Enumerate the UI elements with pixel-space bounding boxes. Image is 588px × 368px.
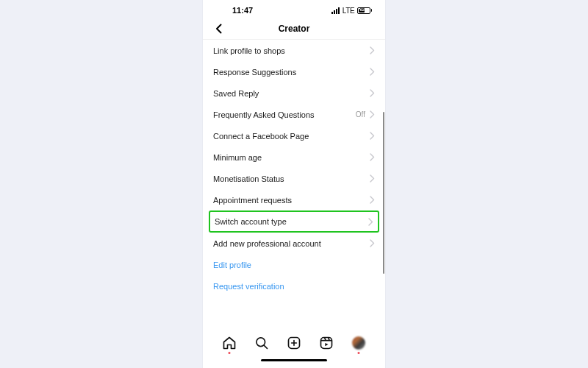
svg-rect-1 [334,10,335,14]
back-button[interactable] [210,20,228,38]
link-edit-profile[interactable]: Edit profile [203,254,385,275]
row-label: Switch account type [215,217,287,226]
battery-percent: 62 [360,7,365,12]
chevron-right-icon [370,239,375,247]
status-right: LTE 62 [331,7,372,15]
tab-bar [203,328,385,359]
status-bar: 11:47 LTE 62 [203,3,385,18]
phone-frame: 11:47 LTE 62 Creator Link profile to sho… [203,0,385,368]
chevron-right-icon [370,68,375,76]
link-label: Edit profile [213,261,251,269]
tab-reels[interactable] [318,334,335,352]
plus-square-icon [287,336,301,350]
row-label: Appointment requests [213,196,292,205]
row-label: Link profile to shops [213,46,285,55]
notification-dot [358,352,360,354]
page-title: Creator [279,24,310,34]
reels-icon [319,336,334,350]
home-indicator-area [203,359,385,368]
tab-search[interactable] [253,334,270,352]
battery-icon: 62 [357,7,370,14]
search-icon [254,336,269,350]
avatar [352,336,365,350]
settings-row-add-new-professional-account[interactable]: Add new professional account [203,233,385,254]
svg-rect-9 [321,338,332,349]
chevron-right-icon [370,174,375,183]
tab-create[interactable] [285,334,303,352]
row-label: Monetisation Status [213,174,284,183]
link-label: Request verification [213,282,284,291]
settings-row-saved-reply[interactable]: Saved Reply [203,82,385,104]
home-icon [222,336,237,350]
signal-icon [331,7,340,14]
chevron-right-icon [368,218,373,226]
settings-row-response-suggestions[interactable]: Response Suggestions [203,61,385,82]
network-label: LTE [343,7,355,15]
settings-row-monetisation-status[interactable]: Monetisation Status [203,168,385,189]
row-label: Frequently Asked Questions [213,110,315,119]
row-label: Saved Reply [213,89,259,98]
chevron-right-icon [370,196,375,204]
row-value: Off [356,110,365,118]
svg-rect-3 [338,7,340,14]
notification-dot [229,352,231,354]
status-time: 11:47 [232,6,253,15]
svg-rect-0 [331,12,333,14]
chevron-right-icon [370,153,375,161]
settings-row-connect-a-facebook-page[interactable]: Connect a Facebook Page [203,125,385,146]
row-label: Add new professional account [213,239,321,248]
chevron-right-icon [370,132,375,140]
tab-profile[interactable] [350,334,368,352]
chevron-right-icon [370,110,375,118]
settings-row-switch-account-type[interactable]: Switch account type [209,210,379,233]
nav-header: Creator [203,18,385,40]
scroll-indicator[interactable] [383,112,384,274]
chevron-right-icon [370,46,375,54]
settings-row-minimum-age[interactable]: Minimum age [203,146,385,168]
chevron-left-icon [213,23,225,35]
svg-line-5 [264,345,267,348]
settings-row-link-profile-to-shops[interactable]: Link profile to shops [203,40,385,61]
settings-row-frequently-asked-questions[interactable]: Frequently Asked Questions Off [203,104,385,125]
chevron-right-icon [370,89,375,97]
tab-home[interactable] [220,334,238,352]
settings-row-appointment-requests[interactable]: Appointment requests [203,189,385,210]
row-label: Minimum age [213,153,262,162]
row-label: Response Suggestions [213,68,296,77]
settings-list: Link profile to shops Response Suggestio… [203,40,385,328]
svg-rect-2 [336,9,337,14]
link-request-verification[interactable]: Request verification [203,275,385,297]
row-label: Connect a Facebook Page [213,132,309,141]
home-indicator[interactable] [261,359,327,361]
